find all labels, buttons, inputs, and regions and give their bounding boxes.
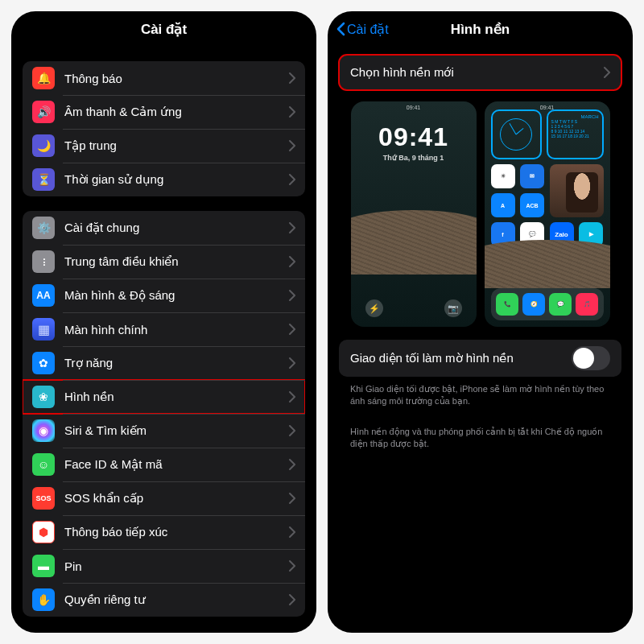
settings-content: 🔔Thông báo🔊Âm thanh & Cảm ứng🌙Tập trung⏳… (11, 47, 316, 633)
dark-dim-toggle-row[interactable]: Giao diện tối làm mờ hình nền (339, 340, 621, 377)
lock-clock: 09:41 (351, 122, 477, 152)
toggle-switch[interactable] (572, 346, 610, 370)
phone-icon: 📞 (496, 293, 518, 316)
battery-icon: ▬ (32, 555, 55, 577)
lock-date: Thứ Ba, 9 tháng 1 (351, 154, 477, 162)
row-label: Tập trung (64, 138, 289, 153)
wallpaper-log-graphic (485, 240, 610, 288)
app-icon: ☀ (491, 164, 515, 188)
row-label: Thông báo tiếp xúc (64, 525, 289, 539)
choose-label: Chọn hình nền mới (350, 65, 604, 80)
wallpaper-content: Chọn hình nền mới 09:41 09:41 Thứ Ba, 9 … (328, 47, 633, 633)
app-icon: ACB (520, 193, 544, 217)
chevron-right-icon (604, 67, 610, 78)
focus-icon: 🌙 (32, 134, 55, 157)
settings-row-display[interactable]: AAMàn hình & Độ sáng (23, 279, 305, 312)
nav-bar: Cài đặt (11, 11, 316, 47)
settings-row-wallpaper[interactable]: ❀Hình nền (23, 380, 305, 414)
status-time: 09:41 (351, 105, 477, 110)
live-description: Hình nền động và thu phóng phối cảnh bị … (339, 419, 621, 451)
row-label: Quyền riêng tư (64, 592, 289, 607)
app-icon: A (491, 193, 515, 217)
settings-row-control[interactable]: ⫶Trung tâm điều khiển (23, 245, 305, 279)
display-icon: AA (32, 284, 55, 307)
page-title: Hình nền (451, 21, 510, 38)
lock-screen-preview[interactable]: 09:41 09:41 Thứ Ba, 9 tháng 1 ⚡ 📷 (351, 101, 477, 327)
settings-group-2: ⚙️Cài đặt chung⫶Trung tâm điều khiểnAAMà… (23, 211, 305, 617)
wallpaper-screen: Cài đặt Hình nền Chọn hình nền mới 09:41… (328, 11, 633, 633)
sos-icon: SOS (32, 487, 55, 510)
wallpaper-log-graphic (351, 210, 477, 275)
calendar-widget: MARCHS M T W T F S1 2 3 4 5 6 78 9 10 11… (547, 109, 604, 159)
general-icon: ⚙️ (32, 217, 55, 239)
bell-icon: 🔔 (32, 67, 55, 89)
row-label: Siri & Tìm kiếm (64, 423, 289, 438)
settings-row-sos[interactable]: SOSSOS khẩn cấp (23, 481, 305, 515)
photo-widget (550, 164, 604, 217)
messages-icon: 💬 (549, 293, 572, 316)
settings-row-sound[interactable]: 🔊Âm thanh & Cảm ứng (23, 95, 305, 129)
row-label: SOS khẩn cấp (64, 491, 289, 506)
settings-row-general[interactable]: ⚙️Cài đặt chung (23, 211, 305, 245)
row-label: Màn hình & Độ sáng (64, 288, 289, 303)
dim-description: Khi Giao diện tối được bật, iPhone sẽ là… (339, 377, 621, 408)
page-title: Cài đặt (141, 21, 187, 38)
app-icon: ✉ (520, 164, 544, 188)
control-icon: ⫶ (32, 250, 55, 273)
row-label: Pin (64, 559, 289, 573)
settings-row-faceid[interactable]: ☺Face ID & Mật mã (23, 448, 305, 481)
row-label: Trung tâm điều khiển (64, 254, 289, 269)
access-icon: ✿ (32, 352, 55, 374)
row-label: Cài đặt chung (64, 221, 289, 235)
row-label: Màn hình chính (64, 323, 289, 336)
choose-new-wallpaper-row[interactable]: Chọn hình nền mới (339, 55, 621, 90)
home-icon: ▦ (32, 318, 55, 341)
screentime-icon: ⏳ (32, 168, 55, 191)
clock-widget (491, 109, 542, 159)
settings-row-siri[interactable]: ◉Siri & Tìm kiếm (23, 414, 305, 448)
row-label: Hình nền (64, 390, 289, 404)
dim-label: Giao diện tối làm mờ hình nền (350, 351, 572, 365)
settings-row-exposure[interactable]: ⬢Thông báo tiếp xúc (23, 515, 305, 549)
nav-bar: Cài đặt Hình nền (328, 11, 633, 47)
flashlight-icon: ⚡ (365, 299, 383, 317)
siri-icon: ◉ (32, 419, 55, 442)
back-label: Cài đặt (347, 22, 389, 37)
safari-icon: 🧭 (522, 293, 545, 316)
home-widgets: MARCHS M T W T F S1 2 3 4 5 6 78 9 10 11… (491, 109, 604, 159)
settings-group-1: 🔔Thông báo🔊Âm thanh & Cảm ứng🌙Tập trung⏳… (23, 61, 305, 196)
settings-row-focus[interactable]: 🌙Tập trung (23, 129, 305, 163)
sound-icon: 🔊 (32, 101, 55, 123)
lock-bottom-row: ⚡ 📷 (351, 299, 477, 317)
settings-row-privacy[interactable]: ✋Quyền riêng tư (23, 583, 305, 617)
wallpaper-icon: ❀ (32, 386, 55, 408)
settings-row-battery[interactable]: ▬Pin (23, 549, 305, 583)
home-dock: 📞 🧭 💬 🎵 (491, 288, 604, 320)
camera-icon: 📷 (444, 299, 462, 317)
row-label: Thời gian sử dụng (64, 172, 289, 187)
chevron-left-icon (336, 22, 345, 36)
faceid-icon: ☺ (32, 453, 55, 476)
wallpaper-previews: 09:41 09:41 Thứ Ba, 9 tháng 1 ⚡ 📷 09:41 … (339, 101, 621, 327)
privacy-icon: ✋ (32, 588, 55, 611)
settings-row-screentime[interactable]: ⏳Thời gian sử dụng (23, 163, 305, 196)
row-label: Trợ năng (64, 356, 289, 370)
settings-screen: Cài đặt 🔔Thông báo🔊Âm thanh & Cảm ứng🌙Tậ… (11, 11, 316, 633)
settings-row-home[interactable]: ▦Màn hình chính (23, 312, 305, 346)
lock-clock-area: 09:41 Thứ Ba, 9 tháng 1 (351, 122, 477, 162)
back-button[interactable]: Cài đặt (336, 22, 389, 37)
row-label: Âm thanh & Cảm ứng (64, 105, 289, 119)
settings-row-bell[interactable]: 🔔Thông báo (23, 61, 305, 95)
settings-row-access[interactable]: ✿Trợ năng (23, 346, 305, 380)
home-screen-preview[interactable]: 09:41 MARCHS M T W T F S1 2 3 4 5 6 78 9… (485, 101, 610, 327)
exposure-icon: ⬢ (32, 521, 55, 543)
row-label: Face ID & Mật mã (64, 457, 289, 472)
row-label: Thông báo (64, 72, 289, 85)
music-icon: 🎵 (576, 293, 598, 316)
